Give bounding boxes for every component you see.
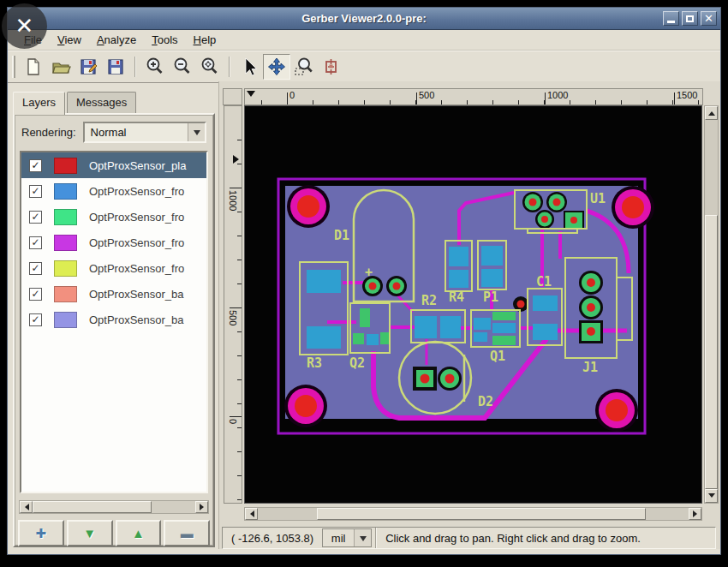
- layer-visibility-checkbox[interactable]: ✓: [29, 159, 42, 172]
- zoom-fit-button[interactable]: [196, 54, 224, 80]
- menu-analyze[interactable]: Analyze: [89, 32, 144, 48]
- ruler-tick: [467, 100, 468, 104]
- scroll-down-button[interactable]: [705, 489, 718, 503]
- scroll-left-button[interactable]: [20, 501, 33, 513]
- move-layer-down-button[interactable]: ▼: [67, 520, 113, 546]
- scroll-right-button[interactable]: [195, 501, 208, 513]
- pcb-canvas[interactable]: D1 + R3 Q2 R2 R4 P1 Q1 C1 J1 U1 D2: [244, 105, 702, 504]
- layer-visibility-checkbox[interactable]: ✓: [29, 211, 42, 224]
- layer-visibility-checkbox[interactable]: ✓: [29, 288, 42, 301]
- component-label-r2: R2: [421, 293, 437, 308]
- tab-messages[interactable]: Messages: [67, 92, 136, 114]
- pointer-tool-button[interactable]: [236, 54, 263, 80]
- layer-color-swatch[interactable]: [54, 183, 77, 200]
- ruler-tick: [237, 427, 242, 428]
- ruler-label: 0: [228, 419, 238, 424]
- toolbar-grip[interactable]: [12, 56, 15, 78]
- ruler-label: 1000: [228, 190, 238, 211]
- scrollbar-track[interactable]: [152, 501, 195, 513]
- pointer-icon: [240, 57, 259, 77]
- component-label-r4: R4: [449, 289, 464, 305]
- overlay-close-button[interactable]: ✕: [2, 3, 47, 49]
- title-bar[interactable]: Gerber Viewer2.0.0-pre: ✕: [8, 8, 720, 30]
- layer-row[interactable]: ✓OptProxSensor_ba: [21, 281, 206, 307]
- scroll-right-button[interactable]: [689, 508, 701, 520]
- scrollbar-track[interactable]: [705, 120, 718, 215]
- layer-color-swatch[interactable]: [54, 286, 77, 302]
- ruler-tick: [672, 100, 673, 104]
- ruler-tick: [364, 100, 365, 104]
- zoom-region-tool-button[interactable]: [290, 54, 318, 80]
- rendering-dropdown[interactable]: Normal: [83, 122, 206, 143]
- menu-view[interactable]: View: [50, 32, 89, 48]
- maximize-button[interactable]: [682, 11, 698, 26]
- zoom-region-icon: [293, 57, 315, 77]
- ruler-tick: [313, 100, 313, 104]
- canvas-panel: 050010001500 10005000: [218, 81, 720, 549]
- layer-visibility-checkbox[interactable]: ✓: [29, 313, 42, 326]
- scrollbar-track[interactable]: [646, 508, 689, 520]
- open-file-button[interactable]: [47, 54, 75, 80]
- status-hint: Click and drag to pan. Right click and d…: [385, 532, 641, 545]
- scrollbar-track[interactable]: [258, 508, 317, 520]
- ruler-position-marker: [233, 155, 242, 164]
- layer-color-swatch[interactable]: [54, 312, 77, 328]
- units-dropdown-button[interactable]: [354, 529, 371, 546]
- close-icon: ✕: [704, 13, 713, 24]
- scroll-left-button[interactable]: [245, 508, 258, 520]
- layer-visibility-checkbox[interactable]: ✓: [29, 236, 42, 249]
- layer-name: OptProxSensor_fro: [89, 262, 184, 275]
- ruler-tick: [237, 164, 242, 164]
- menu-help[interactable]: Help: [186, 32, 224, 48]
- zoom-in-button[interactable]: [141, 54, 169, 80]
- component-label-q2: Q2: [349, 355, 365, 371]
- minimize-button[interactable]: [663, 11, 679, 26]
- maximize-icon: [686, 15, 694, 22]
- layer-row[interactable]: ✓OptProxSensor_fro: [21, 204, 206, 230]
- close-button[interactable]: ✕: [701, 11, 717, 26]
- zoom-out-button[interactable]: [169, 54, 196, 80]
- tab-layers[interactable]: Layers: [13, 92, 65, 115]
- layer-color-swatch[interactable]: [54, 158, 77, 174]
- layer-row[interactable]: ✓OptProxSensor_pla: [21, 152, 206, 178]
- layer-color-swatch[interactable]: [54, 260, 77, 277]
- scrollbar-thumb[interactable]: [317, 508, 646, 520]
- save-button[interactable]: [102, 54, 129, 80]
- ruler-tick: [518, 100, 519, 104]
- scrollbar-thumb[interactable]: [33, 501, 152, 513]
- layer-row[interactable]: ✓OptProxSensor_fro: [21, 255, 206, 281]
- layer-row[interactable]: ✓OptProxSensor_fro: [21, 230, 206, 255]
- add-layer-button[interactable]: ✚: [18, 520, 64, 546]
- rendering-value: Normal: [85, 126, 188, 139]
- units-dropdown[interactable]: mil: [322, 528, 372, 547]
- layer-color-swatch[interactable]: [54, 209, 77, 225]
- pan-tool-button[interactable]: [263, 54, 290, 80]
- units-value: mil: [323, 532, 354, 545]
- ruler-tick: [261, 100, 262, 104]
- measure-tool-button[interactable]: [318, 54, 345, 80]
- scrollbar-thumb[interactable]: [705, 215, 718, 489]
- horizontal-ruler: 050010001500: [244, 88, 703, 105]
- layer-color-swatch[interactable]: [54, 235, 77, 251]
- layer-row[interactable]: ✓OptProxSensor_fro: [21, 178, 206, 204]
- save-as-button[interactable]: [75, 54, 102, 80]
- remove-layer-button[interactable]: ▬: [164, 520, 210, 546]
- new-file-button[interactable]: [20, 54, 47, 80]
- canvas-vscrollbar[interactable]: [704, 105, 719, 504]
- ruler-tick: [237, 260, 242, 260]
- toolbar-separator: [134, 57, 136, 77]
- rendering-dropdown-button[interactable]: [188, 123, 205, 141]
- ruler-major-tick: [230, 188, 242, 188]
- move-layer-up-button[interactable]: ▲: [116, 520, 162, 546]
- layer-list-hscrollbar[interactable]: [19, 500, 209, 514]
- layer-row[interactable]: ✓OptProxSensor_ba: [21, 307, 206, 332]
- app-window: Gerber Viewer2.0.0-pre: ✕ FileViewAnalyz…: [7, 7, 721, 555]
- ruler-label: 1500: [677, 90, 697, 100]
- menu-tools[interactable]: Tools: [144, 32, 185, 48]
- canvas-hscrollbar[interactable]: [244, 507, 702, 521]
- layer-visibility-checkbox[interactable]: ✓: [29, 185, 42, 198]
- layer-visibility-checkbox[interactable]: ✓: [29, 262, 42, 275]
- vertical-ruler: 10005000: [224, 105, 242, 504]
- cursor-coordinates: ( -126.6, 1053.8): [223, 528, 322, 548]
- scroll-up-button[interactable]: [705, 106, 718, 120]
